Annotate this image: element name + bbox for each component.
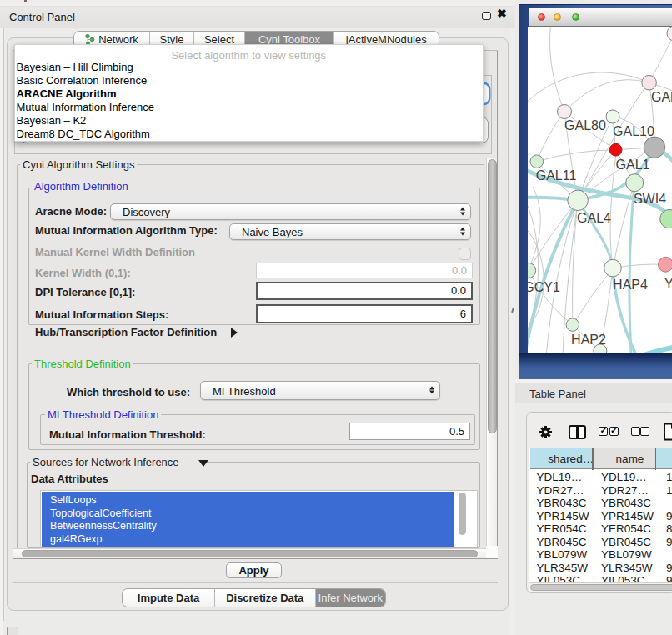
svg-text:HAP2: HAP2 — [571, 332, 606, 347]
svg-text:YM: YM — [664, 277, 672, 291]
svg-text:GAL11: GAL11 — [536, 168, 577, 182]
svg-text:GAL4: GAL4 — [577, 211, 611, 225]
svg-text:GAL80: GAL80 — [564, 118, 606, 132]
svg-text:GAL7: GAL7 — [651, 90, 672, 104]
svg-text:GAL10: GAL10 — [613, 124, 654, 138]
svg-text:GCY1: GCY1 — [528, 280, 560, 294]
svg-text:SWI4: SWI4 — [634, 192, 666, 206]
svg-text:HAP4: HAP4 — [613, 278, 648, 292]
svg-text:GAL1: GAL1 — [616, 158, 650, 172]
